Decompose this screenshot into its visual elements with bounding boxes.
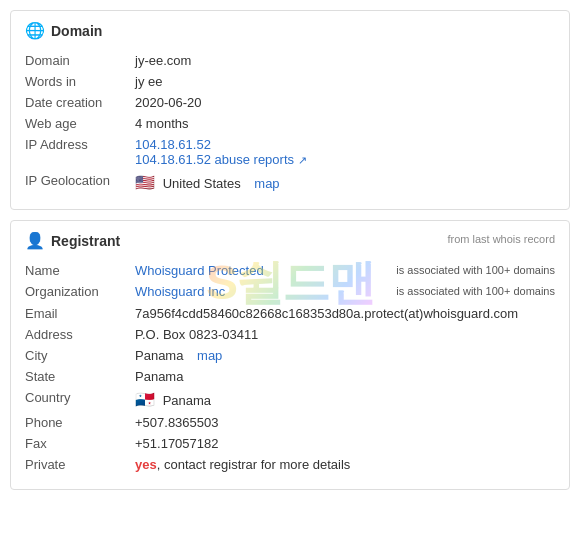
panama-flag: 🇵🇦 — [135, 390, 155, 409]
words-in-label: Words in — [25, 74, 135, 89]
country-value: 🇵🇦 Panama — [135, 390, 555, 409]
state-value: Panama — [135, 369, 555, 384]
country-row: Country 🇵🇦 Panama — [25, 387, 555, 412]
ip-link-1[interactable]: 104.18.61.52 — [135, 137, 211, 152]
domain-icon: 🌐 — [25, 21, 45, 40]
org-label: Organization — [25, 284, 135, 299]
words-in-row: Words in jy ee — [25, 71, 555, 92]
ip-address-row: IP Address 104.18.61.52 104.18.61.52 abu… — [25, 134, 555, 170]
email-label: Email — [25, 306, 135, 321]
domain-section: 🌐 Domain Domain jy-ee.com Words in jy ee… — [10, 10, 570, 210]
org-row: Organization Whoisguard Inc is associate… — [25, 281, 555, 302]
from-whois-label: from last whois record — [447, 233, 555, 245]
private-value: yes, contact registrar for more details — [135, 457, 555, 472]
web-age-label: Web age — [25, 116, 135, 131]
city-label: City — [25, 348, 135, 363]
domain-row: Domain jy-ee.com — [25, 50, 555, 71]
phone-row: Phone +507.8365503 — [25, 412, 555, 433]
fax-row: Fax +51.17057182 — [25, 433, 555, 454]
address-value: P.O. Box 0823-03411 — [135, 327, 555, 342]
web-age-row: Web age 4 months — [25, 113, 555, 134]
state-label: State — [25, 369, 135, 384]
city-value: Panama map — [135, 348, 555, 363]
external-icon: ↗ — [298, 154, 307, 166]
city-map-link[interactable]: map — [197, 348, 222, 363]
name-row: Name Whoisguard Protected is associated … — [25, 260, 555, 281]
registrant-icon: 👤 — [25, 231, 45, 250]
address-row: Address P.O. Box 0823-03411 — [25, 324, 555, 345]
email-value: 7a956f4cdd58460c82668c168353d80a.protect… — [135, 306, 555, 321]
domain-value: jy-ee.com — [135, 53, 555, 68]
ip-geo-row: IP Geolocation 🇺🇸 United States map — [25, 170, 555, 195]
web-age-value: 4 months — [135, 116, 555, 131]
name-link[interactable]: Whoisguard Protected — [135, 263, 264, 278]
ip-address-label: IP Address — [25, 137, 135, 152]
domain-label: Domain — [25, 53, 135, 68]
fax-value: +51.17057182 — [135, 436, 555, 451]
date-creation-value: 2020-06-20 — [135, 95, 555, 110]
email-row: Email 7a956f4cdd58460c82668c168353d80a.p… — [25, 303, 555, 324]
phone-value: +507.8365503 — [135, 415, 555, 430]
country-label: Country — [25, 390, 135, 405]
address-label: Address — [25, 327, 135, 342]
phone-label: Phone — [25, 415, 135, 430]
private-label: Private — [25, 457, 135, 472]
org-note: is associated with 100+ domains — [396, 284, 555, 299]
ip-geo-label: IP Geolocation — [25, 173, 135, 188]
words-in-value: jy ee — [135, 74, 555, 89]
date-creation-row: Date creation 2020-06-20 — [25, 92, 555, 113]
org-link[interactable]: Whoisguard Inc — [135, 284, 225, 299]
domain-header: 🌐 Domain — [25, 21, 555, 40]
state-row: State Panama — [25, 366, 555, 387]
name-label: Name — [25, 263, 135, 278]
geo-map-link[interactable]: map — [254, 176, 279, 191]
ip-address-value: 104.18.61.52 104.18.61.52 abuse reports … — [135, 137, 555, 167]
org-value: Whoisguard Inc — [135, 284, 396, 299]
name-note: is associated with 100+ domains — [396, 263, 555, 278]
date-creation-label: Date creation — [25, 95, 135, 110]
ip-geo-value: 🇺🇸 United States map — [135, 173, 555, 192]
ip-abuse-link[interactable]: 104.18.61.52 abuse reports ↗ — [135, 152, 307, 167]
fax-label: Fax — [25, 436, 135, 451]
name-value: Whoisguard Protected — [135, 263, 396, 278]
private-row: Private yes, contact registrar for more … — [25, 454, 555, 475]
registrant-section: 👤 Registrant S쉴드맨 from last whois record… — [10, 220, 570, 490]
private-yes: yes — [135, 457, 157, 472]
city-row: City Panama map — [25, 345, 555, 366]
us-flag: 🇺🇸 — [135, 173, 155, 192]
